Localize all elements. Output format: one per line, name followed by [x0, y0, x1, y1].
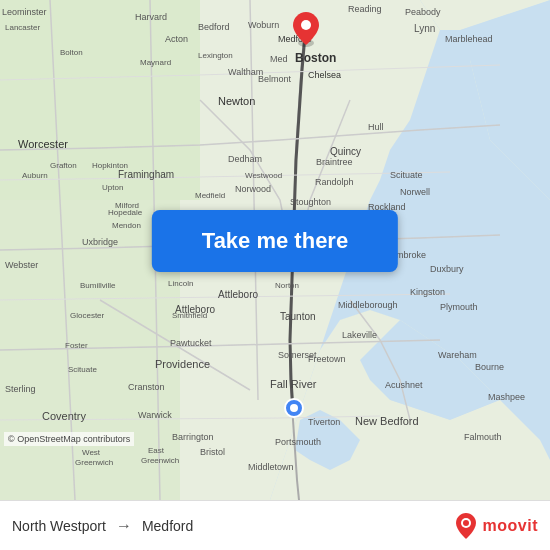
svg-text:Grafton: Grafton	[50, 161, 77, 170]
svg-text:Falmouth: Falmouth	[464, 432, 502, 442]
svg-text:Bumillville: Bumillville	[80, 281, 116, 290]
moovit-pin-icon	[455, 512, 477, 540]
route-info: North Westport → Medford	[12, 517, 455, 535]
svg-text:Lexington: Lexington	[198, 51, 233, 60]
svg-text:Maynard: Maynard	[140, 58, 171, 67]
svg-text:Attleboro: Attleboro	[218, 289, 258, 300]
svg-text:Worcester: Worcester	[18, 138, 68, 150]
svg-text:Framingham: Framingham	[118, 169, 174, 180]
svg-text:Plymouth: Plymouth	[440, 302, 478, 312]
svg-text:Bourne: Bourne	[475, 362, 504, 372]
svg-text:New Bedford: New Bedford	[355, 415, 419, 427]
svg-text:Somerset: Somerset	[278, 350, 317, 360]
svg-text:Leominster: Leominster	[2, 7, 47, 17]
svg-text:Norwood: Norwood	[235, 184, 271, 194]
svg-text:Bedford: Bedford	[198, 22, 230, 32]
svg-text:Dedham: Dedham	[228, 154, 262, 164]
svg-text:Lancaster: Lancaster	[5, 23, 40, 32]
origin-label: North Westport	[12, 518, 106, 534]
svg-text:Hull: Hull	[368, 122, 384, 132]
svg-text:Hopedale: Hopedale	[108, 208, 143, 217]
svg-text:Duxbury: Duxbury	[430, 264, 464, 274]
svg-text:Bristol: Bristol	[200, 447, 225, 457]
svg-text:Acushnet: Acushnet	[385, 380, 423, 390]
svg-text:Quincy: Quincy	[330, 146, 361, 157]
svg-text:Scituate: Scituate	[68, 365, 97, 374]
svg-text:Taunton: Taunton	[280, 311, 316, 322]
copyright-text: © OpenStreetMap contributors	[4, 432, 134, 446]
svg-text:Mendon: Mendon	[112, 221, 141, 230]
svg-point-100	[290, 404, 298, 412]
svg-text:Scituate: Scituate	[390, 170, 423, 180]
svg-text:Pawtucket: Pawtucket	[170, 338, 212, 348]
svg-text:Providence: Providence	[155, 358, 210, 370]
svg-text:Peabody: Peabody	[405, 7, 441, 17]
svg-text:Medfield: Medfield	[195, 191, 225, 200]
svg-text:Norwell: Norwell	[400, 187, 430, 197]
svg-text:Wareham: Wareham	[438, 350, 477, 360]
svg-text:Marblehead: Marblehead	[445, 34, 493, 44]
svg-text:Harvard: Harvard	[135, 12, 167, 22]
take-me-there-button[interactable]: Take me there	[152, 210, 398, 272]
svg-text:East: East	[148, 446, 165, 455]
svg-text:Lakeville: Lakeville	[342, 330, 377, 340]
svg-text:Boston: Boston	[295, 51, 336, 65]
svg-text:Lincoln: Lincoln	[168, 279, 193, 288]
svg-text:Med: Med	[270, 54, 288, 64]
svg-text:Randolph: Randolph	[315, 177, 354, 187]
destination-label: Medford	[142, 518, 193, 534]
svg-text:Greenwich: Greenwich	[75, 458, 113, 467]
svg-text:Newton: Newton	[218, 95, 255, 107]
svg-text:Smithfield: Smithfield	[172, 311, 207, 320]
footer: North Westport → Medford moovit	[0, 500, 550, 550]
svg-text:Middleborough: Middleborough	[338, 300, 398, 310]
svg-text:Fall River: Fall River	[270, 378, 317, 390]
moovit-brand-text: moovit	[483, 517, 538, 535]
moovit-logo[interactable]: moovit	[455, 512, 538, 540]
map-container[interactable]: Newton Boston Worcester Framingham Quinc…	[0, 0, 550, 500]
svg-text:Norton: Norton	[275, 281, 299, 290]
svg-text:Tiverton: Tiverton	[308, 417, 340, 427]
svg-text:Stoughton: Stoughton	[290, 197, 331, 207]
svg-text:Warwick: Warwick	[138, 410, 172, 420]
svg-text:Portsmouth: Portsmouth	[275, 437, 321, 447]
svg-text:Webster: Webster	[5, 260, 38, 270]
svg-text:Acton: Acton	[165, 34, 188, 44]
svg-text:Greenwich: Greenwich	[141, 456, 179, 465]
svg-point-102	[463, 520, 469, 526]
svg-text:Reading: Reading	[348, 4, 382, 14]
svg-text:Foster: Foster	[65, 341, 88, 350]
svg-text:Braintree: Braintree	[316, 157, 353, 167]
svg-text:Kingston: Kingston	[410, 287, 445, 297]
svg-text:Bolton: Bolton	[60, 48, 83, 57]
svg-text:Middletown: Middletown	[248, 462, 294, 472]
svg-point-98	[301, 20, 311, 30]
svg-text:Uxbridge: Uxbridge	[82, 237, 118, 247]
svg-text:Waltham: Waltham	[228, 67, 263, 77]
svg-text:Auburn: Auburn	[22, 171, 48, 180]
svg-text:Coventry: Coventry	[42, 410, 87, 422]
svg-text:Glocester: Glocester	[70, 311, 105, 320]
svg-text:Woburn: Woburn	[248, 20, 279, 30]
svg-text:Cranston: Cranston	[128, 382, 165, 392]
svg-text:Hopkinton: Hopkinton	[92, 161, 128, 170]
svg-text:Barrington: Barrington	[172, 432, 214, 442]
svg-text:Mashpee: Mashpee	[488, 392, 525, 402]
svg-text:Upton: Upton	[102, 183, 123, 192]
svg-text:Westwood: Westwood	[245, 171, 282, 180]
svg-text:Chelsea: Chelsea	[308, 70, 341, 80]
arrow-icon: →	[116, 517, 132, 535]
svg-text:Sterling: Sterling	[5, 384, 36, 394]
svg-text:Lynn: Lynn	[414, 23, 435, 34]
svg-text:West: West	[82, 448, 101, 457]
